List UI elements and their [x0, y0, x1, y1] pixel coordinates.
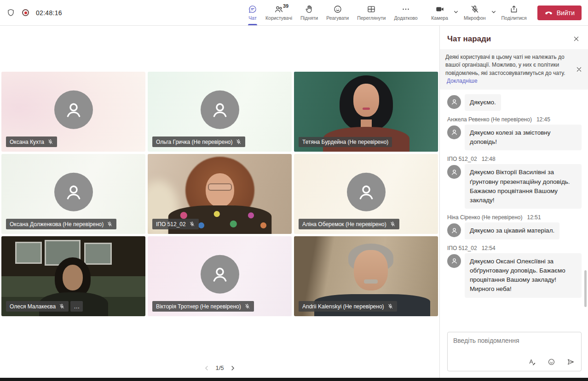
- participant-tile[interactable]: Олеся Малакеєва …: [1, 236, 145, 316]
- recording-indicator: [22, 9, 29, 16]
- meeting-content: Оксана Кухта Ольга Гричка (Не перевірено…: [0, 26, 588, 378]
- mic-off-icon: [107, 221, 113, 227]
- participant-name-badge: Оксана Долженкова (Не перевірено): [6, 219, 116, 229]
- chat-message: Дякуємо за цікавий матеріал.: [447, 222, 582, 239]
- participant-name-badge: Аліна Оберемок (Не перевірено): [299, 219, 399, 229]
- share-button[interactable]: Поділитися: [497, 0, 531, 25]
- message-input[interactable]: [448, 332, 581, 355]
- external-users-notice: Деякі користувачі в цьому чаті не належа…: [440, 49, 588, 90]
- chevron-right-icon: [230, 365, 236, 371]
- mic-off-icon: [470, 5, 479, 14]
- chat-message: Дякуємо Оксані Олексіївні за обґрунтован…: [447, 253, 582, 298]
- avatar: [447, 254, 461, 268]
- participant-tile-active-speaker[interactable]: Тетяна Бурдейна (Не перевірено): [294, 72, 438, 152]
- chat-panel-title: Чат наради: [447, 34, 491, 44]
- participant-count-badge: 39: [283, 3, 288, 9]
- toolbar-tabs: Чат 39 Користувачі Підняти Реагувати Пер…: [244, 0, 422, 25]
- chevron-down-icon: [491, 9, 496, 15]
- microphone-button[interactable]: Мікрофон: [460, 0, 490, 25]
- message-header: Ніна Сіренко (Не перевірено) 12:51: [447, 214, 582, 221]
- mic-off-icon: [387, 303, 393, 309]
- text-format-icon: [528, 358, 536, 366]
- smiley-icon: [333, 5, 342, 14]
- meeting-timer: 02:48:16: [36, 9, 62, 17]
- participant-tile[interactable]: ІПО 512_02: [148, 154, 292, 234]
- more-options-button[interactable]: Додатково: [390, 0, 421, 25]
- teams-meeting-window: 02:48:16 Чат 39 Користувачі Підняти Реаг…: [0, 0, 588, 381]
- previous-page-button[interactable]: [203, 365, 210, 371]
- chat-message-bubble: Дякуємо.: [465, 94, 501, 111]
- chat-message-list[interactable]: Дякуємо. Анжела Ревенко (Не перевірено) …: [440, 90, 588, 327]
- camera-chevron-button[interactable]: [452, 9, 460, 15]
- camera-icon: [435, 5, 444, 14]
- chat-message: Дякуємо.: [447, 94, 582, 111]
- mic-off-icon: [189, 221, 195, 227]
- participant-name-badge: Олеся Малакеєва: [6, 301, 69, 312]
- camera-button[interactable]: Камера: [427, 0, 452, 25]
- tile-more-options-button[interactable]: …: [70, 301, 83, 312]
- mic-off-icon: [236, 139, 242, 145]
- mic-off-icon: [244, 303, 250, 309]
- compose-actions: [526, 356, 576, 368]
- camera-control: Камера: [427, 0, 460, 25]
- avatar: [447, 125, 461, 139]
- notice-close-button[interactable]: [574, 64, 584, 74]
- tab-participants[interactable]: 39 Користувачі: [261, 0, 296, 25]
- participant-name-badge: Andrii Kalenskyi (Не перевірено): [299, 301, 397, 312]
- chat-message: Дякуємо Вікторії Василівні за ґрунтовну …: [447, 164, 582, 209]
- participant-tile[interactable]: Оксана Долженкова (Не перевірено): [1, 154, 145, 234]
- view-button[interactable]: Переглянути: [353, 0, 390, 25]
- microphone-chevron-button[interactable]: [490, 9, 497, 15]
- participant-name-badge: Ольга Гричка (Не перевірено): [152, 136, 245, 147]
- chat-message-bubble: Дякуємо колезі за змістовну доповідь!: [465, 125, 582, 151]
- raise-hand-icon: [305, 5, 314, 14]
- chat-message: Дякуємо колезі за змістовну доповідь!: [447, 125, 582, 151]
- message-compose-box: [447, 332, 582, 371]
- shield-icon: [6, 8, 15, 17]
- chat-header: Чат наради: [440, 26, 588, 49]
- message-sender: ІПО 512_02: [447, 245, 477, 251]
- close-chat-button[interactable]: [571, 34, 582, 44]
- chat-message-bubble: Дякуємо Вікторії Василівні за ґрунтовну …: [465, 164, 582, 209]
- message-header: Анжела Ревенко (Не перевірено) 12:45: [447, 116, 582, 123]
- avatar: [447, 223, 461, 237]
- chevron-left-icon: [203, 365, 210, 371]
- participant-tile[interactable]: Вікторія Тротнер (Не перевірено): [148, 236, 292, 316]
- participant-tile[interactable]: Аліна Оберемок (Не перевірено): [294, 154, 438, 234]
- send-button[interactable]: [565, 356, 576, 368]
- mic-off-icon: [47, 139, 53, 145]
- next-page-button[interactable]: [230, 365, 236, 371]
- message-sender: ІПО 512_02: [447, 156, 477, 162]
- participant-tile[interactable]: Andrii Kalenskyi (Не перевірено): [294, 236, 438, 316]
- video-grid-area: Оксана Кухта Ольга Гричка (Не перевірено…: [0, 26, 439, 378]
- notice-text: Деякі користувачі в цьому чаті не належа…: [445, 54, 565, 76]
- participant-name-badge: Оксана Кухта: [6, 136, 57, 147]
- react-button[interactable]: Реагувати: [322, 0, 353, 25]
- meeting-status-cluster: 02:48:16: [6, 0, 62, 25]
- close-icon: [573, 35, 580, 42]
- send-icon: [567, 358, 575, 366]
- leave-button[interactable]: Вийти: [537, 6, 582, 20]
- participant-name-badge: ІПО 512_02: [152, 219, 199, 229]
- window-bottom-edge: [0, 378, 588, 381]
- message-header: ІПО 512_02 12:48: [447, 156, 582, 162]
- video-grid: Оксана Кухта Ольга Гричка (Не перевірено…: [1, 72, 438, 316]
- tab-chat[interactable]: Чат: [244, 0, 261, 25]
- participant-tile[interactable]: Оксана Кухта: [1, 72, 145, 152]
- avatar: [201, 91, 239, 129]
- participant-tile[interactable]: Ольга Гричка (Не перевірено): [148, 72, 292, 152]
- format-button[interactable]: [526, 356, 538, 368]
- raise-hand-button[interactable]: Підняти: [296, 0, 322, 25]
- emoji-icon: [548, 358, 555, 366]
- learn-more-link[interactable]: Докладніше: [447, 78, 478, 84]
- message-time: 12:45: [536, 116, 550, 123]
- emoji-button[interactable]: [546, 356, 557, 368]
- chat-icon: [248, 5, 257, 14]
- more-dots-icon: [401, 5, 410, 14]
- avatar: [347, 173, 386, 211]
- device-controls: Камера Мікрофон Поділитися Вийти: [427, 0, 582, 25]
- avatar: [201, 255, 239, 294]
- chat-scrollbar[interactable]: [584, 270, 587, 307]
- avatar: [447, 165, 461, 179]
- meeting-toolbar: 02:48:16 Чат 39 Користувачі Підняти Реаг…: [0, 0, 588, 26]
